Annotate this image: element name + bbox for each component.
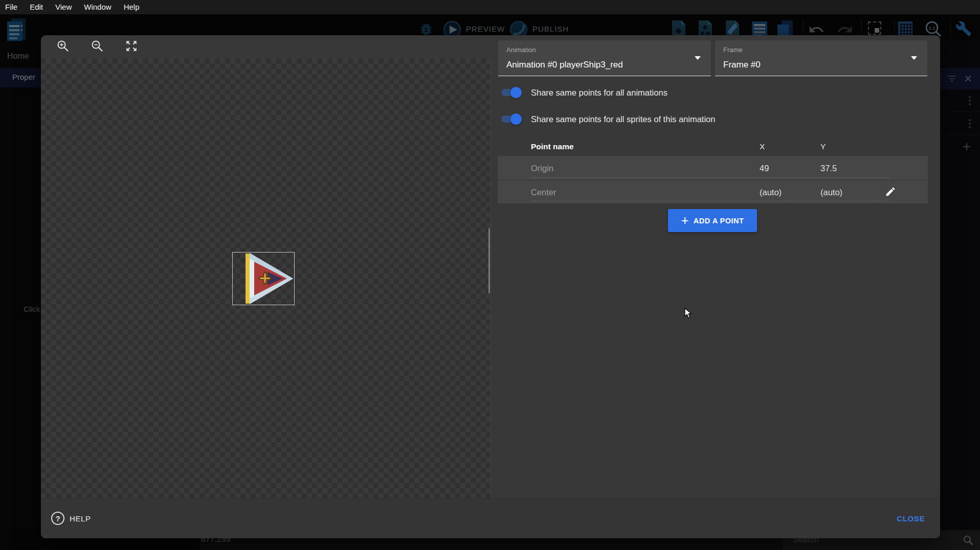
menu-file[interactable]: File xyxy=(0,0,24,14)
animation-select-label: Animation xyxy=(506,46,536,54)
zoom-in-icon[interactable] xyxy=(56,39,70,53)
chevron-down-icon xyxy=(911,56,917,60)
share-points-animations-toggle[interactable] xyxy=(500,86,522,99)
mouse-cursor xyxy=(684,308,693,319)
add-a-point-button[interactable]: + ADD A POINT xyxy=(668,209,757,232)
point-y-value[interactable]: (auto) xyxy=(820,187,842,197)
point-x-value[interactable]: 49 xyxy=(760,163,769,173)
share-points-sprites-row: Share same points for all sprites of thi… xyxy=(500,113,715,125)
app-window: File Edit View Window Help PREVIEW xyxy=(0,0,980,550)
point-x-value[interactable]: (auto) xyxy=(760,187,782,197)
zoom-out-icon[interactable] xyxy=(91,39,104,53)
animation-select[interactable]: Animation Animation #0 playerShip3_red xyxy=(498,40,711,76)
help-button[interactable]: ? HELP xyxy=(51,512,91,525)
share-points-animations-row: Share same points for all animations xyxy=(500,86,667,99)
point-y-value[interactable]: 37.5 xyxy=(820,163,837,173)
points-editor-dialog: Animation Animation #0 playerShip3_red F… xyxy=(41,35,940,538)
frame-select[interactable]: Frame Frame #0 xyxy=(715,40,927,76)
share-points-sprites-toggle[interactable] xyxy=(500,113,522,125)
menu-help[interactable]: Help xyxy=(118,0,146,14)
point-row-center[interactable]: Center (auto) (auto) xyxy=(498,180,928,203)
close-button[interactable]: CLOSE xyxy=(897,514,925,523)
fit-to-screen-icon[interactable] xyxy=(125,39,138,53)
point-name: Center xyxy=(531,187,556,197)
menu-edit[interactable]: Edit xyxy=(24,0,49,14)
frame-select-value: Frame #0 xyxy=(723,60,761,70)
menu-bar: File Edit View Window Help xyxy=(0,0,980,14)
column-header-x: X xyxy=(760,142,765,151)
menu-window[interactable]: Window xyxy=(78,0,117,14)
column-header-point-name: Point name xyxy=(531,142,574,151)
sprite-frame[interactable] xyxy=(232,252,295,305)
chevron-down-icon xyxy=(695,56,701,60)
dialog-footer: ? HELP CLOSE xyxy=(41,498,940,538)
toggle-label: Share same points for all animations xyxy=(531,88,667,98)
animation-select-value: Animation #0 playerShip3_red xyxy=(506,60,623,70)
menu-view[interactable]: View xyxy=(49,0,78,14)
player-ship-sprite xyxy=(233,253,294,305)
point-name: Origin xyxy=(531,163,553,173)
plus-icon: + xyxy=(681,214,689,227)
canvas-toolbar xyxy=(41,35,491,59)
canvas-scrollbar[interactable] xyxy=(488,228,490,293)
toggle-label: Share same points for all sprites of thi… xyxy=(531,114,715,124)
frame-select-label: Frame xyxy=(723,46,743,54)
point-row-origin[interactable]: Origin 49 37.5 xyxy=(498,156,928,180)
edit-pencil-icon[interactable] xyxy=(885,186,897,198)
column-header-y: Y xyxy=(820,142,826,151)
help-circle-icon: ? xyxy=(51,512,64,525)
